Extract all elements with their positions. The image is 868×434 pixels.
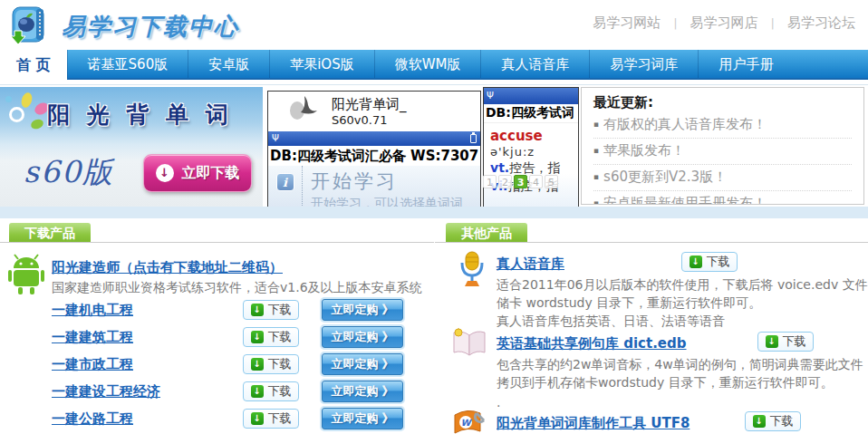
order-label: 立即定购: [332, 356, 379, 372]
banner-download-label: 立即下载: [182, 164, 240, 183]
info-icon: i: [276, 173, 294, 191]
other-products-section: 其他产品 真人语音库 ↓下载 适合2011年06月以后版本的软件使用，下载后将 …: [435, 223, 868, 434]
item-description-line: .: [497, 395, 500, 410]
nav-item-s60[interactable]: 诺基亚S60版: [67, 50, 188, 78]
product-link-builder[interactable]: 阳光建造师（点击有下载地址二维码）: [52, 259, 283, 276]
nav-item-ios[interactable]: 苹果iOS版: [269, 50, 374, 78]
android-icon: [7, 254, 45, 299]
site-logo[interactable]: 易学习下载中心: [7, 4, 239, 50]
download-label: 下载: [268, 410, 292, 427]
order-label: 立即定购: [332, 302, 379, 318]
download-button[interactable]: ↓下载: [243, 381, 299, 401]
download-button[interactable]: ↓下载: [757, 332, 814, 352]
row-link-jidian[interactable]: 一建机电工程: [52, 302, 133, 319]
download-button[interactable]: ↓下载: [681, 252, 738, 272]
section-divider: [435, 242, 868, 243]
download-label: 下载: [268, 383, 292, 400]
item-description-line: 适合2011年06月以后版本的软件使用，下载后将 voice.edv 文件拷: [497, 277, 868, 294]
promo-edition: s60版: [24, 152, 114, 193]
item-link-voice-library[interactable]: 真人语音库: [497, 256, 564, 273]
page-button-4[interactable]: 4: [529, 175, 543, 188]
download-arrow-icon: ↓: [156, 164, 174, 182]
chevron-right-icon: 》: [382, 410, 394, 427]
section-divider: [0, 242, 434, 243]
item-link-sentence-db[interactable]: 英语基础共享例句库 dict.edb: [497, 335, 687, 352]
item-link-dict-tool[interactable]: 阳光背单词词库制作工具 UTF8: [497, 415, 690, 432]
order-now-button[interactable]: 立即定购》: [322, 326, 403, 348]
bullet-icon: ▪: [593, 172, 599, 181]
signal-icon: Ψ: [487, 92, 494, 101]
nav-item-manual[interactable]: 用户手册: [698, 50, 793, 78]
bullet-icon: ▪: [593, 198, 599, 205]
order-now-button[interactable]: 立即定购》: [322, 353, 403, 375]
signal-icon: Ψ: [272, 134, 279, 143]
update-text: s60更新到V2.3版！: [603, 169, 727, 185]
update-item[interactable]: ▪苹果版发布！: [593, 139, 852, 165]
chevron-right-icon: 》: [382, 383, 394, 400]
pos-label: vt.: [490, 160, 509, 175]
promo-banner: 阳 光 背 单 词 s60版 ↓ 立即下载: [0, 87, 263, 207]
item-description-line: 储卡 wordstudy 目录下，重新运行软件即可。: [497, 295, 761, 312]
download-arrow-icon: ↓: [251, 412, 264, 425]
top-link-store[interactable]: 易学习网店: [690, 14, 758, 32]
update-item[interactable]: ▪安卓版最新使用手册发布！: [593, 191, 852, 205]
order-now-button[interactable]: 立即定购》: [322, 408, 403, 429]
item-description-line: 真人语音库包括英语、日语、法语等语音: [497, 313, 725, 330]
tab-other-products[interactable]: 其他产品: [446, 223, 527, 243]
order-now-button[interactable]: 立即定购》: [322, 299, 403, 321]
row-link-jingji[interactable]: 一建建设工程经济: [52, 383, 160, 400]
main-nav: 首 页 诺基亚S60版 安卓版 苹果iOS版 微软WM版 真人语音库 易学习词库…: [0, 50, 868, 80]
download-label: 下载: [783, 333, 806, 350]
banner-download-button[interactable]: ↓ 立即下载: [143, 154, 252, 192]
row-link-shizheng[interactable]: 一建市政工程: [52, 356, 133, 373]
tab-download-products[interactable]: 下载产品: [9, 223, 91, 243]
updates-title: 最近更新:: [593, 92, 852, 112]
download-label: 下载: [770, 413, 794, 429]
page-button-2[interactable]: 2: [498, 175, 512, 188]
top-links: 易学习网站 | 易学习网店 | 易学习论坛: [593, 14, 855, 32]
nav-item-home[interactable]: 首 页: [0, 50, 67, 82]
download-button[interactable]: ↓下载: [243, 300, 299, 320]
recent-updates-box: 最近更新: ▪有版权的真人语音库发布！ ▪苹果版发布！ ▪s60更新到V2.3版…: [581, 87, 864, 205]
update-item[interactable]: ▪s60更新到V2.3版！: [593, 165, 852, 191]
download-button[interactable]: ↓下载: [243, 409, 299, 429]
phone-status-bar: Ψ: [484, 88, 578, 104]
open-book-icon: [451, 328, 487, 362]
battery-icon: [470, 134, 477, 143]
link-separator: |: [673, 16, 677, 30]
order-now-button[interactable]: 立即定购》: [322, 381, 403, 402]
download-arrow-icon: ↓: [690, 256, 702, 268]
nav-item-android[interactable]: 安卓版: [188, 50, 269, 78]
page-button-3-active[interactable]: 3: [514, 175, 527, 188]
banner-zone: 阳 光 背 单 词 s60版 ↓ 立即下载 阳光背单词_ S60v0.71: [0, 87, 868, 207]
menu-icon-cell: i: [268, 166, 303, 207]
page-button-1[interactable]: 1: [483, 175, 497, 188]
download-button[interactable]: ↓下载: [745, 411, 801, 431]
page-button-5[interactable]: 5: [545, 175, 558, 188]
app-menu: i 开始学习 开始学习，可以选择单词词: [268, 166, 480, 207]
nav-item-wm[interactable]: 微软WM版: [374, 50, 481, 78]
row-link-jianzhu[interactable]: 一建建筑工程: [52, 329, 133, 346]
nav-item-dict[interactable]: 易学习词库: [589, 50, 698, 78]
update-item[interactable]: ▪有版权的真人语音库发布！: [593, 112, 852, 139]
top-link-forum[interactable]: 易学习论坛: [787, 14, 855, 32]
carousel-pagination: 1 2 3 4 5: [483, 175, 558, 188]
chevron-right-icon: 》: [382, 329, 394, 345]
download-button[interactable]: ↓下载: [243, 327, 299, 347]
download-label: 下载: [268, 356, 292, 372]
order-label: 立即定购: [332, 410, 379, 427]
definition-text: 控告，指: [509, 160, 560, 175]
top-link-website[interactable]: 易学习网站: [593, 14, 661, 32]
update-text: 有版权的真人语音库发布！: [603, 116, 767, 132]
download-label: 下载: [268, 329, 292, 345]
download-arrow-icon: ↓: [753, 415, 766, 428]
order-label: 立即定购: [332, 383, 379, 400]
carousel-screenshot-2[interactable]: Ψ DB:四级考试词 accuse ə'kju:z vt.控告，指 vi.指控，…: [483, 87, 579, 207]
bullet-icon: ▪: [593, 146, 599, 155]
row-link-gonglu[interactable]: 一建公路工程: [52, 410, 133, 428]
carousel-screenshot-1[interactable]: 阳光背单词_ S60v0.71 Ψ DB:四级考试词汇必备 WS:7307 i …: [267, 91, 481, 207]
nav-item-voice[interactable]: 真人语音库: [480, 50, 589, 78]
update-text: 苹果版发布！: [603, 142, 685, 159]
download-arrow-icon: ↓: [251, 331, 264, 343]
download-button[interactable]: ↓下载: [243, 354, 299, 374]
